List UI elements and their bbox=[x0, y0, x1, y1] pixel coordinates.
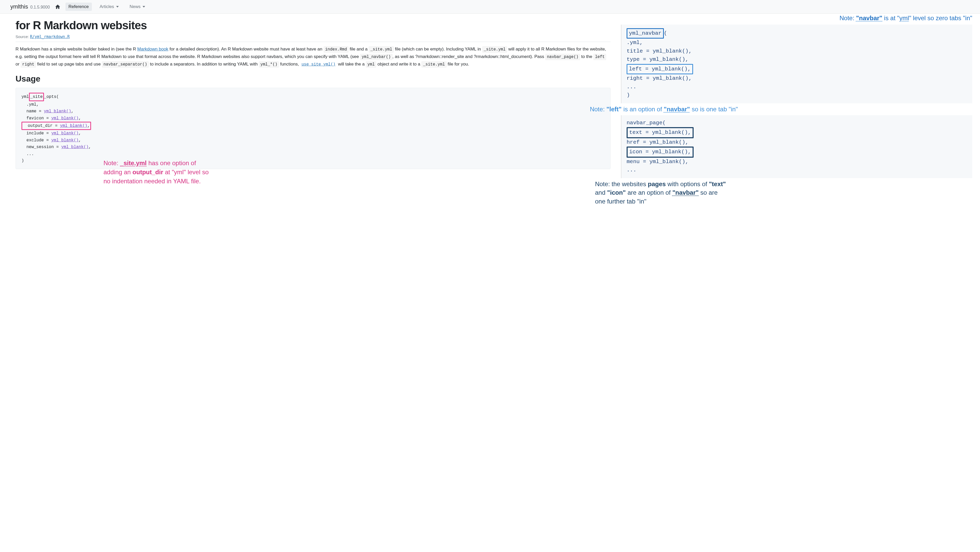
annotation-pink: Note: _site.yml has one option of adding… bbox=[103, 159, 215, 186]
markdown-book-link[interactable]: Markdown book bbox=[137, 46, 169, 51]
brand[interactable]: ymlthis 0.1.5.9000 bbox=[10, 3, 50, 10]
code-navbar-page: navbar_page() bbox=[546, 54, 580, 60]
left-arg-highlight: left = yml_blank(), bbox=[627, 64, 693, 75]
code-yml-obj: yml bbox=[366, 61, 376, 68]
description-paragraph: R Markdown has a simple website builder … bbox=[16, 46, 611, 68]
home-icon[interactable] bbox=[54, 4, 61, 10]
brand-version: 0.1.5.9000 bbox=[30, 5, 50, 9]
right-column: Note: "navbar" is at "yml" level so zero… bbox=[618, 14, 980, 214]
usage-code-block: yml_site_opts( .yml, name = yml_blank(),… bbox=[16, 88, 611, 169]
annotation-teal: Note: "navbar" is at "yml" level so zero… bbox=[621, 14, 972, 22]
output-dir-highlight: output_dir = yml_blank(), bbox=[21, 122, 91, 130]
nav-news-label: News bbox=[130, 4, 141, 9]
main-content: for R Markdown websites Source: R/yml_rm… bbox=[0, 14, 618, 214]
code-index-rmd: index.Rmd bbox=[324, 46, 348, 53]
chevron-down-icon bbox=[143, 6, 145, 8]
navbar-fn-highlight: yml_navbar bbox=[627, 28, 664, 39]
source-label: Source: bbox=[16, 34, 29, 39]
code-site-yml: _site.yml bbox=[369, 46, 393, 53]
code-navbar-separator: navbar_separator() bbox=[102, 61, 149, 68]
code-site-yml-highlighted: _site.yml bbox=[482, 46, 507, 53]
chevron-down-icon bbox=[116, 6, 119, 8]
use-site-yml-link[interactable]: use_site_yml() bbox=[300, 62, 337, 67]
navbar-code-block: yml_navbar( .yml, title = yml_blank(), t… bbox=[621, 25, 972, 103]
site-highlight: _site bbox=[29, 93, 44, 101]
code-site-yml-3: _site.yml bbox=[422, 61, 446, 68]
annotation-sky: Note: "left" is an option of "navbar" so… bbox=[590, 105, 972, 114]
code-right: right bbox=[21, 61, 36, 68]
annotation-navy: Note: the websites pages with options of… bbox=[595, 180, 730, 206]
nav-reference[interactable]: Reference bbox=[65, 3, 92, 11]
icon-arg-highlight: icon = yml_blank(), bbox=[627, 147, 694, 158]
navbar-page-code-block: navbar_page( text = yml_blank(), href = … bbox=[621, 115, 972, 178]
brand-name: ymlthis bbox=[10, 3, 28, 10]
usage-heading: Usage bbox=[16, 74, 611, 84]
nav-articles-label: Articles bbox=[100, 4, 114, 9]
code-yml-navbar: yml_navbar() bbox=[360, 54, 393, 60]
nav-news[interactable]: News bbox=[127, 3, 148, 11]
code-left: left bbox=[593, 54, 606, 60]
nav-articles[interactable]: Articles bbox=[97, 3, 122, 11]
source-line: Source: R/yml_rmarkdown.R bbox=[16, 34, 611, 42]
top-navbar: ymlthis 0.1.5.9000 Reference Articles Ne… bbox=[0, 0, 980, 14]
source-link[interactable]: R/yml_rmarkdown.R bbox=[30, 34, 70, 39]
code-yml-star: yml_*() bbox=[259, 61, 279, 68]
page-title: for R Markdown websites bbox=[16, 19, 611, 32]
text-arg-highlight: text = yml_blank(), bbox=[627, 127, 694, 138]
